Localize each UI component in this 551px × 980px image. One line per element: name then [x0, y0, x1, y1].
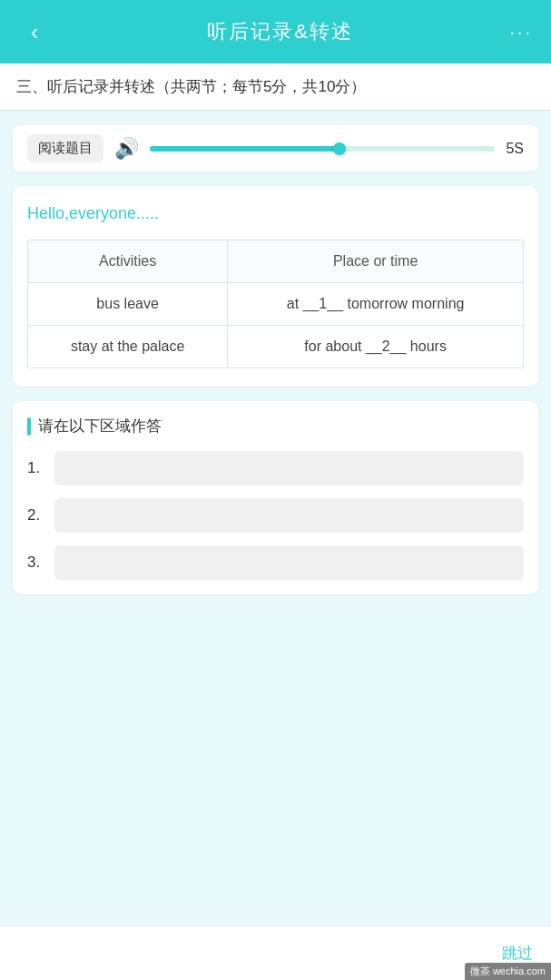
speaker-icon[interactable]: 🔊 [114, 137, 139, 161]
slider-fill [150, 146, 339, 152]
answer-item-3: 3. [27, 545, 524, 580]
audio-bar: 阅读题目 🔊 5S [13, 125, 538, 172]
info-table: Activities Place or time bus leave at __… [27, 240, 524, 368]
table-cell-activity-2: stay at the palace [28, 326, 228, 368]
table-cell-place-2: for about __2__ hours [228, 326, 524, 368]
answer-title-text: 请在以下区域作答 [38, 416, 162, 436]
table-cell-activity-1: bus leave [28, 283, 228, 326]
answer-items: 1. 2. 3. [27, 451, 524, 580]
answer-section: 请在以下区域作答 1. 2. 3. [13, 401, 538, 594]
page-title: 听后记录&转述 [207, 18, 353, 45]
back-button[interactable]: ‹ [18, 18, 51, 46]
answer-num-3: 3. [27, 554, 45, 572]
read-button[interactable]: 阅读题目 [27, 134, 103, 162]
answer-num-1: 1. [27, 459, 45, 477]
answer-num-2: 2. [27, 506, 45, 524]
table-cell-place-1: at __1__ tomorrow morning [228, 283, 524, 326]
skip-button[interactable]: 跳过 [502, 943, 533, 964]
more-button[interactable]: ··· [509, 22, 533, 43]
content-card: Hello,everyone..... Activities Place or … [13, 186, 538, 387]
audio-slider[interactable] [150, 146, 495, 152]
table-header-activities: Activities [28, 240, 228, 283]
table-row: stay at the palace for about __2__ hours [28, 326, 524, 368]
main-content: 阅读题目 🔊 5S Hello,everyone..... Activities… [0, 111, 551, 926]
answer-input-3[interactable] [54, 545, 524, 580]
slider-thumb [333, 142, 346, 155]
timer-label: 5S [506, 141, 524, 157]
answer-item-2: 2. [27, 498, 524, 533]
answer-input-1[interactable] [54, 451, 524, 485]
table-row: bus leave at __1__ tomorrow morning [28, 283, 524, 326]
watermark: 微茶 wechia.com [465, 963, 551, 980]
answer-input-2[interactable] [54, 498, 524, 533]
blue-bar-icon [27, 417, 31, 436]
answer-section-title: 请在以下区域作答 [27, 416, 524, 436]
section-title: 三、听后记录并转述（共两节；每节5分，共10分） [0, 64, 551, 111]
table-header-place-time: Place or time [228, 240, 524, 283]
answer-item-1: 1. [27, 451, 524, 485]
greeting-text: Hello,everyone..... [27, 204, 524, 223]
header: ‹ 听后记录&转述 ··· [0, 0, 551, 64]
